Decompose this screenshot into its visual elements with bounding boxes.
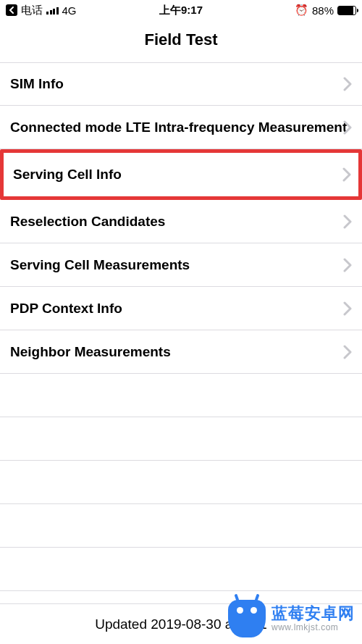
page-title: Field Test xyxy=(0,20,362,62)
row-label: Connected mode LTE Intra-frequency Measu… xyxy=(10,120,347,135)
row-pdp-context-info[interactable]: PDP Context Info xyxy=(0,287,362,330)
network-type: 4G xyxy=(62,4,77,17)
row-empty xyxy=(0,548,362,591)
back-to-app-label[interactable]: 电话 xyxy=(21,4,43,17)
row-label: SIM Info xyxy=(10,76,64,92)
row-connected-mode-lte[interactable]: Connected mode LTE Intra-frequency Measu… xyxy=(0,106,362,149)
status-time: 上午9:17 xyxy=(159,4,203,17)
signal-icon xyxy=(46,6,59,14)
row-empty xyxy=(0,504,362,548)
chevron-right-icon xyxy=(343,345,352,359)
alarm-icon: ⏰ xyxy=(295,4,308,17)
row-neighbor-measurements[interactable]: Neighbor Measurements xyxy=(0,330,362,374)
row-empty xyxy=(0,461,362,504)
battery-icon xyxy=(337,6,356,15)
status-bar: 电话 4G 上午9:17 ⏰ 88% xyxy=(0,0,362,20)
back-to-app-icon[interactable] xyxy=(6,4,17,16)
chevron-right-icon xyxy=(343,301,352,316)
row-serving-cell-measurements[interactable]: Serving Cell Measurements xyxy=(0,243,362,287)
chevron-right-icon xyxy=(343,258,352,272)
row-serving-cell-info[interactable]: Serving Cell Info xyxy=(0,149,362,200)
watermark-text: 蓝莓安卓网 www.lmkjst.com xyxy=(272,605,355,632)
row-label: Neighbor Measurements xyxy=(10,344,171,360)
row-empty xyxy=(0,374,362,417)
row-reselection-candidates[interactable]: Reselection Candidates xyxy=(0,200,362,243)
chevron-right-icon xyxy=(343,120,352,135)
chevron-right-icon xyxy=(342,167,351,182)
row-label: Serving Cell Measurements xyxy=(10,257,190,273)
row-label: PDP Context Info xyxy=(10,301,122,317)
menu-list: SIM Info Connected mode LTE Intra-freque… xyxy=(0,62,362,591)
watermark: 蓝莓安卓网 www.lmkjst.com xyxy=(216,596,362,641)
watermark-title: 蓝莓安卓网 xyxy=(272,605,355,622)
watermark-url: www.lmkjst.com xyxy=(272,623,355,632)
row-sim-info[interactable]: SIM Info xyxy=(0,62,362,106)
status-left: 电话 4G xyxy=(6,4,77,17)
chevron-right-icon xyxy=(343,77,352,91)
row-label: Reselection Candidates xyxy=(10,214,165,230)
battery-percent: 88% xyxy=(312,4,334,17)
row-empty xyxy=(0,417,362,461)
row-label: Serving Cell Info xyxy=(13,167,122,183)
chevron-right-icon xyxy=(343,214,352,229)
watermark-mascot-icon xyxy=(228,600,266,637)
status-right: ⏰ 88% xyxy=(295,4,356,17)
